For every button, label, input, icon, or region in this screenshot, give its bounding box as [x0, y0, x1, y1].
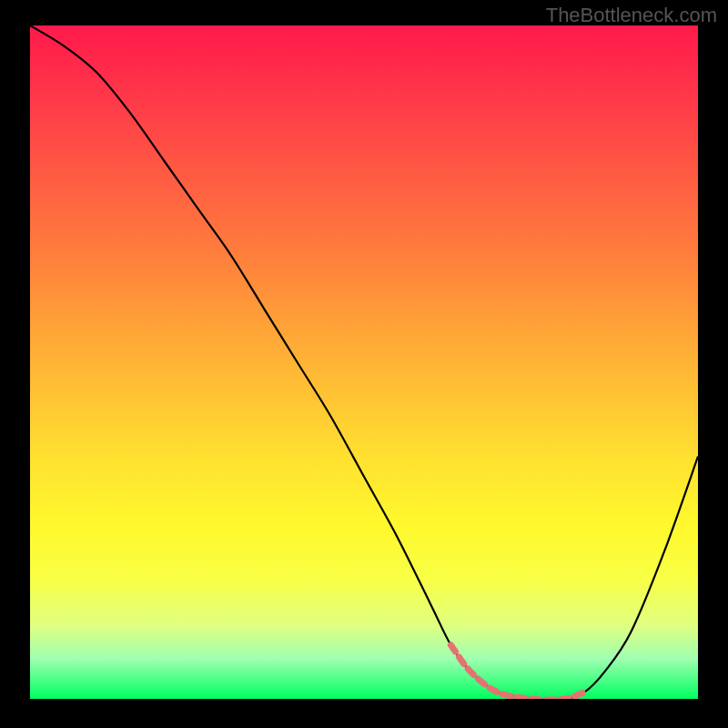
- chart-plot-area: [30, 25, 698, 699]
- watermark-text: TheBottleneck.com: [546, 4, 717, 27]
- chart-background-gradient: [30, 25, 698, 699]
